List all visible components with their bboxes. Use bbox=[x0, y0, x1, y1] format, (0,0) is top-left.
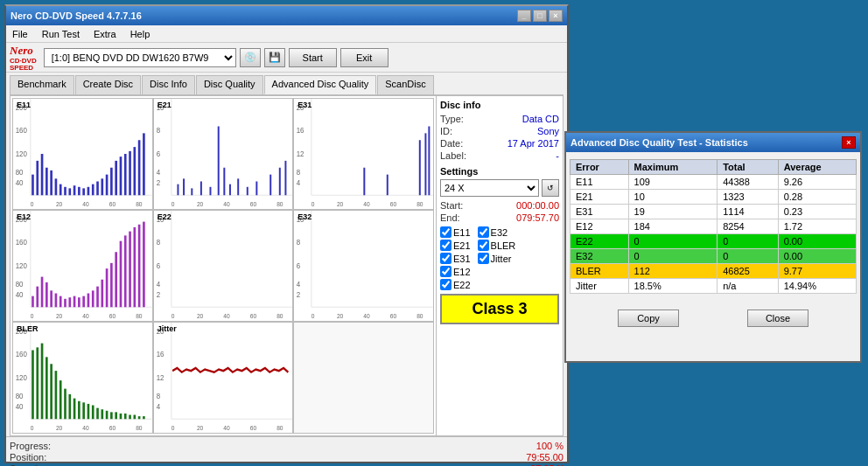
cell-average: 9.26 bbox=[778, 175, 856, 190]
chart-e21-label: E21 bbox=[158, 101, 172, 109]
start-button[interactable]: Start bbox=[289, 48, 337, 67]
cell-average: 0.00 bbox=[778, 234, 856, 249]
menu-extra[interactable]: Extra bbox=[91, 28, 119, 40]
svg-rect-17 bbox=[50, 170, 52, 195]
class-badge: Class 3 bbox=[440, 294, 559, 324]
drive-select[interactable]: [1:0] BENQ DVD DD DW1620 B7W9 bbox=[44, 48, 236, 67]
svg-rect-181 bbox=[129, 415, 131, 420]
checkboxes: E11 E32 E21 BLER E31 Jitter E12 E22 bbox=[440, 226, 559, 290]
svg-text:40: 40 bbox=[223, 311, 229, 320]
svg-rect-27 bbox=[96, 182, 99, 196]
svg-text:20: 20 bbox=[56, 311, 62, 320]
svg-text:40: 40 bbox=[364, 199, 370, 208]
svg-text:20: 20 bbox=[197, 311, 203, 320]
tab-disc-quality[interactable]: Disc Quality bbox=[196, 75, 263, 94]
svg-rect-14 bbox=[36, 161, 38, 195]
speed-icon-btn[interactable]: ↺ bbox=[542, 179, 559, 197]
cell-total: 46825 bbox=[718, 264, 779, 279]
svg-text:120: 120 bbox=[16, 372, 27, 382]
svg-rect-118 bbox=[134, 227, 136, 307]
svg-rect-178 bbox=[115, 412, 117, 419]
chart-e31: E31 20 16 12 8 4 0 20 40 60 80 bbox=[293, 98, 434, 210]
svg-text:8: 8 bbox=[156, 238, 160, 247]
cell-maximum: 112 bbox=[628, 264, 718, 279]
svg-rect-81 bbox=[425, 133, 427, 195]
progress-label: Progress: bbox=[10, 441, 51, 451]
chart-bler: BLER 200 160 120 80 40 0 20 40 60 80 bbox=[12, 322, 153, 434]
stats-close-button[interactable]: × bbox=[842, 136, 856, 149]
tab-benchmark[interactable]: Benchmark bbox=[10, 75, 74, 94]
table-row: E1218482541.72 bbox=[570, 219, 857, 234]
app-title: Nero CD-DVD Speed 4.7.7.16 bbox=[10, 10, 142, 21]
nero-brand: Nero bbox=[10, 44, 37, 58]
svg-rect-104 bbox=[68, 297, 71, 307]
table-row: E11109443889.26 bbox=[570, 175, 857, 190]
table-row: BLER112468259.77 bbox=[570, 264, 857, 279]
minimize-button[interactable]: _ bbox=[517, 10, 531, 22]
chart-e21: E21 10 8 6 4 2 0 20 40 60 80 bbox=[153, 98, 294, 210]
svg-rect-35 bbox=[134, 147, 136, 195]
cell-average: 1.72 bbox=[778, 219, 856, 234]
disc-label-label: Label: bbox=[440, 150, 466, 161]
tab-advanced-disc-quality[interactable]: Advanced Disc Quality bbox=[264, 75, 377, 94]
svg-text:80: 80 bbox=[416, 311, 423, 320]
cell-maximum: 18.5% bbox=[628, 279, 718, 294]
svg-text:20: 20 bbox=[56, 199, 62, 208]
settings-title: Settings bbox=[440, 166, 559, 177]
tab-create-disc[interactable]: Create Disc bbox=[75, 75, 141, 94]
maximize-button[interactable]: □ bbox=[533, 10, 547, 22]
speed-select[interactable]: 24 X bbox=[440, 179, 539, 197]
disc-id-value: Sony bbox=[537, 126, 559, 136]
cb-jitter[interactable]: Jitter bbox=[478, 253, 512, 264]
exit-button[interactable]: Exit bbox=[340, 48, 388, 67]
svg-rect-169 bbox=[74, 399, 76, 420]
svg-rect-172 bbox=[88, 404, 90, 419]
save-icon-button[interactable]: 💾 bbox=[264, 48, 285, 67]
position-value: 79:55.00 bbox=[526, 452, 564, 463]
stats-close-btn[interactable]: Close bbox=[747, 310, 808, 327]
svg-rect-183 bbox=[138, 416, 141, 419]
cell-maximum: 10 bbox=[628, 190, 718, 205]
disc-type-row: Type: Data CD bbox=[440, 114, 559, 124]
svg-rect-180 bbox=[124, 414, 127, 419]
col-error: Error bbox=[570, 160, 629, 175]
close-button[interactable]: × bbox=[549, 10, 563, 22]
progress-value: 100 % bbox=[536, 441, 564, 451]
cb-bler[interactable]: BLER bbox=[478, 240, 516, 251]
cb-e21[interactable]: E21 bbox=[440, 240, 471, 251]
cb-e31[interactable]: E31 bbox=[440, 253, 471, 264]
progress-area: Progress: 100 % Position: 79:55.00 Speed… bbox=[6, 436, 567, 466]
menu-help[interactable]: Help bbox=[128, 28, 153, 40]
svg-text:20: 20 bbox=[337, 311, 343, 320]
cb-e22[interactable]: E22 bbox=[440, 279, 471, 290]
table-row: E22000.00 bbox=[570, 234, 857, 249]
copy-button[interactable]: Copy bbox=[618, 310, 679, 327]
tab-disc-info[interactable]: Disc Info bbox=[142, 75, 195, 94]
svg-text:4: 4 bbox=[156, 402, 160, 412]
disc-label-value: - bbox=[556, 150, 559, 161]
cell-average: 9.77 bbox=[778, 264, 856, 279]
svg-rect-20 bbox=[64, 187, 66, 195]
svg-rect-170 bbox=[78, 401, 80, 419]
tab-scan-disc[interactable]: ScanDisc bbox=[377, 75, 433, 94]
cb-e32[interactable]: E32 bbox=[478, 226, 508, 238]
svg-text:60: 60 bbox=[249, 423, 256, 432]
svg-rect-30 bbox=[110, 168, 113, 196]
menu-run-test[interactable]: Run Test bbox=[39, 28, 82, 40]
svg-text:0: 0 bbox=[312, 199, 315, 208]
disc-icon-button[interactable]: 💿 bbox=[240, 48, 261, 67]
svg-text:160: 160 bbox=[16, 350, 27, 359]
cb-e11[interactable]: E11 bbox=[440, 226, 471, 238]
cell-error: E21 bbox=[570, 190, 629, 205]
svg-text:80: 80 bbox=[16, 391, 24, 400]
disc-info-title: Disc info bbox=[440, 100, 559, 110]
position-label: Position: bbox=[10, 452, 46, 463]
menu-file[interactable]: File bbox=[10, 28, 31, 40]
cb-e12[interactable]: E12 bbox=[440, 266, 471, 277]
svg-rect-105 bbox=[74, 296, 76, 308]
stats-buttons: Copy Close bbox=[566, 304, 860, 332]
svg-rect-57 bbox=[223, 168, 225, 196]
svg-text:80: 80 bbox=[136, 199, 142, 208]
svg-text:60: 60 bbox=[109, 311, 116, 320]
svg-text:0: 0 bbox=[31, 311, 34, 320]
